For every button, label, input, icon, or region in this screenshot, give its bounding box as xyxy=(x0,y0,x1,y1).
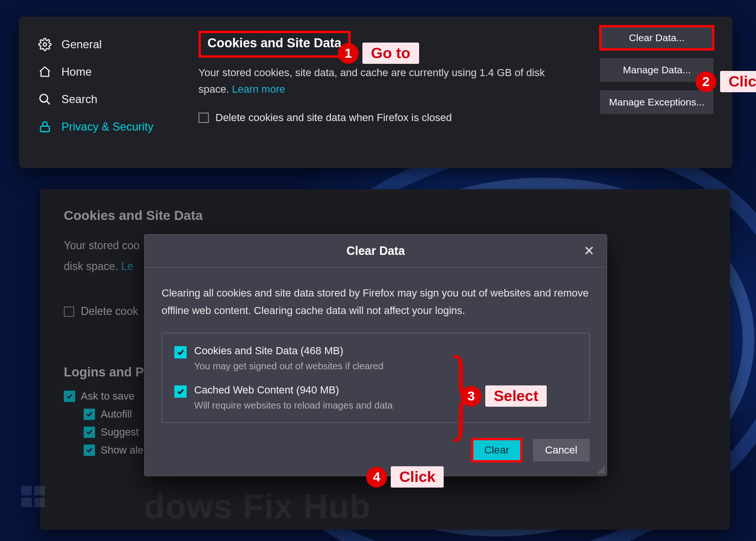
checkbox-checked-icon xyxy=(84,427,95,438)
annotation-4: 4 Click xyxy=(366,466,444,488)
svg-point-1 xyxy=(40,95,48,102)
annotation-number-4: 4 xyxy=(366,467,387,488)
bg-learn-more-trunc: Le xyxy=(121,260,133,272)
close-icon[interactable]: ✕ xyxy=(584,243,594,259)
sidebar-item-label: Home xyxy=(61,65,92,79)
settings-panel: General Home Search Privacy & Security C… xyxy=(19,17,732,168)
bg-autofill: Autofill xyxy=(101,408,132,420)
svg-rect-6 xyxy=(34,498,45,507)
svg-point-0 xyxy=(43,43,47,46)
lock-icon xyxy=(38,120,52,134)
option-cache-sub: Will require websites to reload images a… xyxy=(194,400,393,411)
watermark-text: dows Fix Hub xyxy=(144,487,371,526)
annotation-label-4: Click xyxy=(391,466,444,488)
option-cookies-sub: You may get signed out of websites if cl… xyxy=(194,361,384,372)
annotation-1: 1 Go to xyxy=(338,43,419,64)
bg-chk-label: Delete cook xyxy=(81,305,138,318)
checkbox-label: Delete cookies and site data when Firefo… xyxy=(215,112,452,124)
home-icon xyxy=(38,65,52,79)
search-icon xyxy=(38,92,52,106)
sidebar-item-label: Search xyxy=(61,93,97,106)
checkbox-checked-icon[interactable] xyxy=(174,385,187,398)
annotation-3: 3 Select xyxy=(461,385,547,407)
dialog-header: Clear Data ✕ xyxy=(145,235,607,268)
option-cache-title: Cached Web Content (940 MB) xyxy=(194,384,393,396)
cookies-description: Your stored cookies, site data, and cach… xyxy=(198,64,558,97)
annotation-label-3: Select xyxy=(485,385,547,407)
cancel-button[interactable]: Cancel xyxy=(533,439,590,462)
annotation-number-1: 1 xyxy=(338,43,359,64)
svg-rect-4 xyxy=(34,486,45,496)
checkbox-checked-icon xyxy=(84,445,95,456)
bg-desc-line2: disk space. xyxy=(64,260,121,272)
checkbox-checked-icon xyxy=(64,391,75,402)
dialog-options-group: Cookies and Site Data (468 MB) You may g… xyxy=(162,333,590,423)
annotation-label-1: Go to xyxy=(362,43,419,64)
svg-rect-3 xyxy=(21,486,32,496)
gear-icon xyxy=(38,37,52,52)
sidebar-item-label: Privacy & Security xyxy=(61,120,154,133)
clear-button[interactable]: Clear xyxy=(472,439,522,462)
dialog-title: Clear Data xyxy=(346,244,405,258)
section-title-cookies: Cookies and Site Data xyxy=(207,36,342,51)
bg-ask-save: Ask to save xyxy=(81,390,135,402)
settings-content: Cookies and Site Data Your stored cookie… xyxy=(170,17,732,168)
annotation-number-2: 2 xyxy=(696,71,716,92)
svg-rect-2 xyxy=(41,126,50,132)
watermark-icon xyxy=(19,480,47,513)
sidebar-item-search[interactable]: Search xyxy=(38,86,170,113)
checkbox-checked-icon[interactable] xyxy=(174,346,187,358)
resize-handle-icon[interactable] xyxy=(596,465,605,474)
sidebar-item-general[interactable]: General xyxy=(38,31,170,58)
annotation-2: 2 Click xyxy=(696,71,756,92)
checkbox-empty-icon[interactable] xyxy=(198,113,209,123)
learn-more-link[interactable]: Learn more xyxy=(232,83,285,95)
checkbox-checked-icon xyxy=(84,409,95,420)
manage-exceptions-button[interactable]: Manage Exceptions... xyxy=(600,90,713,114)
clear-data-button[interactable]: Clear Data... xyxy=(600,26,713,50)
clear-data-dialog: Clear Data ✕ Clearing all cookies and si… xyxy=(144,234,607,476)
dialog-warning-text: Clearing all cookies and site data store… xyxy=(162,284,590,320)
right-buttons: Clear Data... Manage Data... Manage Exce… xyxy=(600,26,713,114)
settings-sidebar: General Home Search Privacy & Security xyxy=(19,17,170,168)
sidebar-item-label: General xyxy=(61,38,102,51)
sidebar-item-privacy[interactable]: Privacy & Security xyxy=(38,113,170,140)
option-cookies-title: Cookies and Site Data (468 MB) xyxy=(194,345,384,357)
bg-suggest: Suggest xyxy=(101,426,139,438)
annotation-label-2: Click xyxy=(720,71,756,92)
sidebar-item-home[interactable]: Home xyxy=(38,58,170,86)
checkbox-empty-icon xyxy=(64,306,74,317)
section-title-cookies-bg: Cookies and Site Data xyxy=(64,208,706,223)
option-cookies[interactable]: Cookies and Site Data (468 MB) You may g… xyxy=(174,345,577,372)
annotation-number-3: 3 xyxy=(461,386,481,407)
svg-rect-5 xyxy=(21,498,32,507)
annotation-box-1: Cookies and Site Data xyxy=(198,31,351,58)
